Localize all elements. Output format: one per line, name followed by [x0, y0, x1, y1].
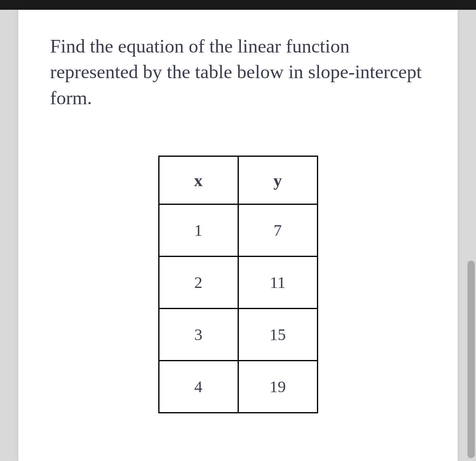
cell-y: 7 [238, 204, 317, 257]
page-container: Find the equation of the linear function… [18, 10, 458, 461]
table-row: 2 11 [159, 257, 317, 309]
table-row: 1 7 [159, 204, 317, 257]
cell-x: 3 [159, 309, 238, 361]
xy-table: x y 1 7 2 11 3 15 4 19 [158, 156, 318, 413]
table-row: 4 19 [159, 361, 317, 413]
question-text: Find the equation of the linear function… [50, 33, 426, 111]
header-y: y [238, 156, 317, 204]
vertical-scrollbar[interactable] [467, 261, 475, 458]
cell-y: 19 [238, 361, 317, 413]
cell-y: 11 [238, 257, 317, 309]
table-row: 3 15 [159, 309, 317, 361]
cell-x: 4 [159, 361, 238, 413]
app-top-bar [0, 0, 476, 10]
header-x: x [159, 156, 238, 204]
cell-x: 2 [159, 257, 238, 309]
cell-x: 1 [159, 204, 238, 257]
table-wrapper: x y 1 7 2 11 3 15 4 19 [50, 156, 426, 413]
cell-y: 15 [238, 309, 317, 361]
table-header-row: x y [159, 156, 317, 204]
